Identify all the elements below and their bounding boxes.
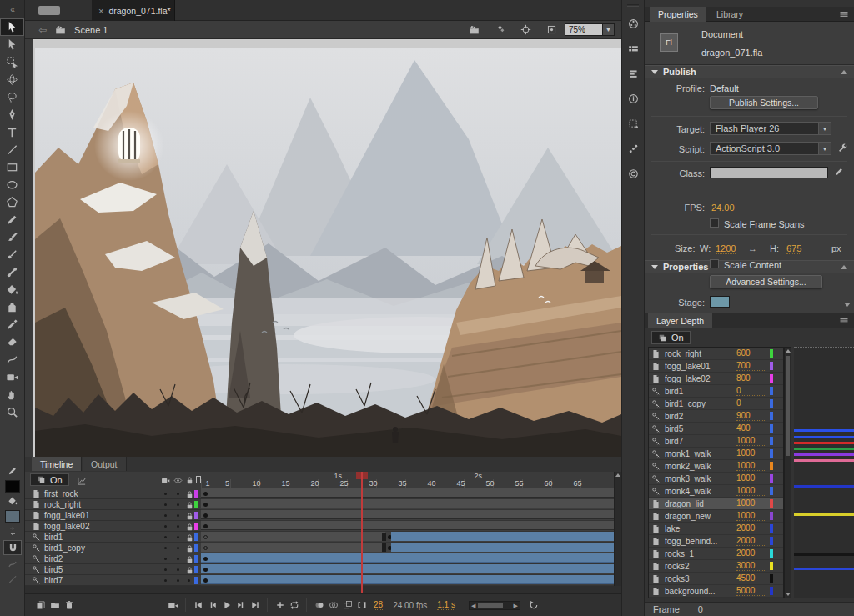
go-to-first-frame-button[interactable]	[191, 600, 205, 610]
line-tool[interactable]	[0, 141, 24, 158]
stage-artwork[interactable]	[35, 48, 621, 457]
frame-row-bird1_copy[interactable]	[201, 543, 618, 553]
outline-dot[interactable]	[177, 568, 179, 571]
depth-graph-line[interactable]	[794, 453, 854, 456]
dropdown-arrow-icon[interactable]: ▼	[818, 123, 831, 134]
graph-toggle-icon[interactable]	[77, 476, 87, 486]
oval-tool[interactable]	[0, 176, 24, 193]
go-to-last-frame-button[interactable]	[248, 600, 262, 610]
depth-value[interactable]: 1000	[736, 486, 765, 496]
hand-tool[interactable]	[0, 386, 24, 403]
visibility-dot[interactable]	[164, 568, 167, 571]
outline-dot[interactable]	[177, 525, 179, 528]
depth-row-bird1_copy[interactable]: bird1_copy0	[649, 398, 783, 410]
depth-row-monk3_walk[interactable]: monk3_walk1000	[649, 473, 783, 485]
stroke-color-swatch[interactable]	[5, 480, 20, 493]
playhead-line[interactable]	[361, 472, 363, 593]
layer-depth-graph[interactable]	[794, 347, 854, 598]
depth-value[interactable]: 2000	[736, 536, 765, 546]
section-collapse-icon[interactable]	[841, 265, 847, 269]
selection-tool[interactable]	[0, 18, 24, 36]
visibility-dot[interactable]	[164, 525, 167, 528]
camera-column-icon[interactable]	[161, 476, 170, 485]
scale-frame-spans-checkbox[interactable]	[710, 218, 719, 228]
timeline-frames[interactable]	[201, 488, 618, 586]
timeline-layer-bird7[interactable]: bird7	[25, 575, 201, 586]
depth-value[interactable]: 4500	[736, 573, 765, 583]
scroll-right-icon[interactable]: ▶	[514, 603, 518, 609]
tab-library[interactable]: Library	[708, 7, 751, 22]
edit-symbols-button[interactable]	[495, 24, 505, 35]
depth-row-lake[interactable]: lake2000	[649, 523, 783, 535]
depth-value[interactable]: 2000	[736, 523, 765, 533]
outline-dot[interactable]	[177, 493, 179, 495]
class-input[interactable]	[710, 167, 828, 178]
close-tab-icon[interactable]: ×	[98, 6, 103, 16]
layer-depth-scrollbar[interactable]	[784, 347, 791, 598]
swap-colors-icon[interactable]	[8, 526, 18, 536]
onion-skin-outlines-button[interactable]	[326, 600, 340, 610]
depth-graph-line[interactable]	[794, 436, 854, 438]
link-dimensions-icon[interactable]: ↔	[748, 243, 757, 253]
cc-libraries-panel[interactable]	[622, 161, 644, 186]
depth-row-rock_right[interactable]: rock_right600	[649, 348, 783, 360]
outline-dot[interactable]	[177, 514, 179, 517]
zoom-dropdown-arrow[interactable]: ▼	[603, 23, 615, 36]
timeline-horizontal-scrollbar[interactable]: ◀ ▶	[469, 601, 520, 610]
depth-value[interactable]: 0	[736, 386, 765, 396]
scroll-up-icon[interactable]	[615, 473, 620, 477]
onion-skin-button[interactable]	[312, 600, 326, 610]
depth-row-rocks_1[interactable]: rocks_12000	[649, 548, 783, 560]
depth-value[interactable]: 1000	[736, 461, 765, 471]
step-back-button[interactable]	[205, 600, 219, 610]
tab-layer-depth[interactable]: Layer Depth	[648, 313, 712, 328]
visibility-dot[interactable]	[164, 547, 167, 549]
depth-row-bird2[interactable]: bird2900	[649, 410, 783, 423]
depth-value[interactable]: 3000	[736, 561, 765, 571]
bone-tool[interactable]	[0, 263, 24, 281]
clip-content-button[interactable]	[546, 24, 557, 35]
eyedropper-tool[interactable]	[0, 316, 24, 333]
rectangle-tool[interactable]	[0, 158, 24, 176]
publish-section-header[interactable]: Publish	[645, 65, 854, 78]
ink-bottle-tool[interactable]	[0, 298, 24, 316]
paint-bucket-tool[interactable]	[0, 281, 24, 298]
frame-row-first_rock[interactable]	[201, 488, 618, 499]
timeline-layer-bird2[interactable]: bird2	[25, 553, 201, 564]
eraser-tool[interactable]	[0, 333, 24, 351]
depth-row-monk1_walk[interactable]: monk1_walk1000	[649, 448, 783, 460]
layer-depth-on-toggle[interactable]: On	[651, 331, 691, 344]
back-arrow-icon[interactable]: ⇦	[38, 24, 47, 36]
depth-value[interactable]: 1000	[736, 436, 765, 446]
depth-value[interactable]: 0	[736, 398, 765, 408]
fps-value[interactable]: 24.00	[711, 203, 735, 213]
depth-value[interactable]: 1000	[736, 448, 765, 458]
paint-brush-tool[interactable]	[0, 228, 24, 246]
delete-layer-button[interactable]	[62, 600, 76, 610]
outline-dot[interactable]	[177, 579, 179, 582]
frame-ruler[interactable]: 1s2s 15101520253035404550556065	[201, 472, 618, 488]
step-forward-button[interactable]	[234, 600, 248, 610]
transform-panel[interactable]	[622, 111, 644, 136]
depth-row-bird1[interactable]: bird10	[649, 385, 783, 398]
color-panel[interactable]	[622, 11, 644, 36]
outline-dot[interactable]	[177, 503, 179, 506]
timeline-vertical-scrollbar[interactable]	[614, 472, 621, 586]
zoom-tool[interactable]	[0, 403, 24, 421]
timeline-layer-fogg_lake01[interactable]: fogg_lake01	[25, 510, 201, 521]
document-tab[interactable]: × dragon_071.fla*	[92, 0, 175, 21]
frame-row-fogg_lake01[interactable]	[201, 510, 618, 521]
frame-row-bird7[interactable]	[201, 575, 618, 586]
info-panel[interactable]	[622, 86, 644, 111]
depth-row-dragon_new[interactable]: dragon_new1000	[649, 510, 783, 523]
section-collapse-icon[interactable]	[841, 70, 847, 74]
outline-dot[interactable]	[177, 558, 179, 560]
depth-row-background...[interactable]: background...5000	[649, 585, 783, 598]
loop-playback-button[interactable]	[287, 600, 301, 610]
frame-row-bird1[interactable]	[201, 532, 618, 543]
dropdown-arrow-icon[interactable]: ▼	[818, 143, 831, 154]
panel-scroll-down-icon[interactable]	[844, 303, 851, 307]
depth-value[interactable]: 2000	[736, 548, 765, 558]
timeline-on-toggle[interactable]: On	[30, 473, 69, 486]
height-value[interactable]: 675	[786, 243, 801, 254]
